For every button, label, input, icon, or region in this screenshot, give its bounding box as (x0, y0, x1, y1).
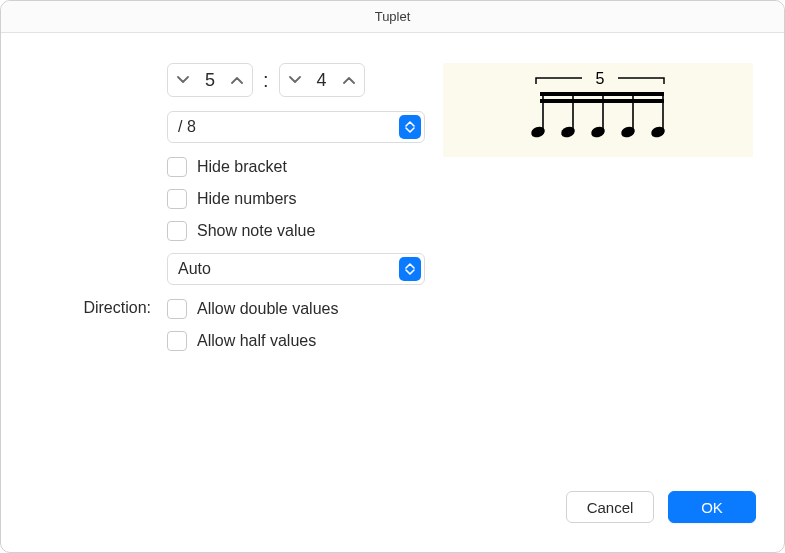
show-note-value-label: Show note value (197, 222, 315, 240)
allow-double-label: Allow double values (197, 300, 338, 318)
cancel-button[interactable]: Cancel (566, 491, 654, 523)
denominator-decrement[interactable] (282, 65, 308, 95)
hide-numbers-checkbox[interactable] (167, 189, 187, 209)
direction-label: Direction: (31, 299, 151, 317)
tuplet-preview: 5 (443, 63, 753, 157)
show-note-value-checkbox[interactable] (167, 221, 187, 241)
svg-point-8 (560, 125, 577, 139)
select-knob-icon (399, 257, 421, 281)
numerator-value: 5 (196, 70, 224, 91)
hide-numbers-label: Hide numbers (197, 190, 297, 208)
denominator-increment[interactable] (336, 65, 362, 95)
ratio-colon: : (261, 69, 271, 92)
direction-selected: Auto (178, 260, 211, 278)
window-title: Tuplet (1, 1, 784, 33)
chevron-up-icon (343, 76, 355, 84)
svg-point-9 (590, 125, 607, 139)
denominator-value: 4 (308, 70, 336, 91)
hide-bracket-label: Hide bracket (197, 158, 287, 176)
hide-bracket-checkbox[interactable] (167, 157, 187, 177)
chevron-down-icon (289, 76, 301, 84)
svg-rect-0 (540, 92, 664, 96)
select-knob-icon (399, 115, 421, 139)
svg-point-11 (650, 125, 667, 139)
numerator-stepper[interactable]: 5 (167, 63, 253, 97)
preview-bracket-number: 5 (596, 70, 605, 87)
direction-select[interactable]: Auto (167, 253, 425, 285)
denominator-stepper[interactable]: 4 (279, 63, 365, 97)
chevron-down-icon (177, 76, 189, 84)
numerator-increment[interactable] (224, 65, 250, 95)
note-value-select[interactable]: / 8 (167, 111, 425, 143)
numerator-decrement[interactable] (170, 65, 196, 95)
tuplet-dialog: Tuplet 5 : 4 (0, 0, 785, 553)
allow-half-label: Allow half values (197, 332, 316, 350)
svg-point-10 (620, 125, 637, 139)
note-value-selected: / 8 (178, 118, 196, 136)
allow-double-checkbox[interactable] (167, 299, 187, 319)
ok-button[interactable]: OK (668, 491, 756, 523)
svg-point-7 (530, 125, 547, 139)
music-notation-icon: 5 (498, 70, 698, 150)
svg-rect-1 (540, 99, 664, 103)
allow-half-checkbox[interactable] (167, 331, 187, 351)
chevron-up-icon (231, 76, 243, 84)
